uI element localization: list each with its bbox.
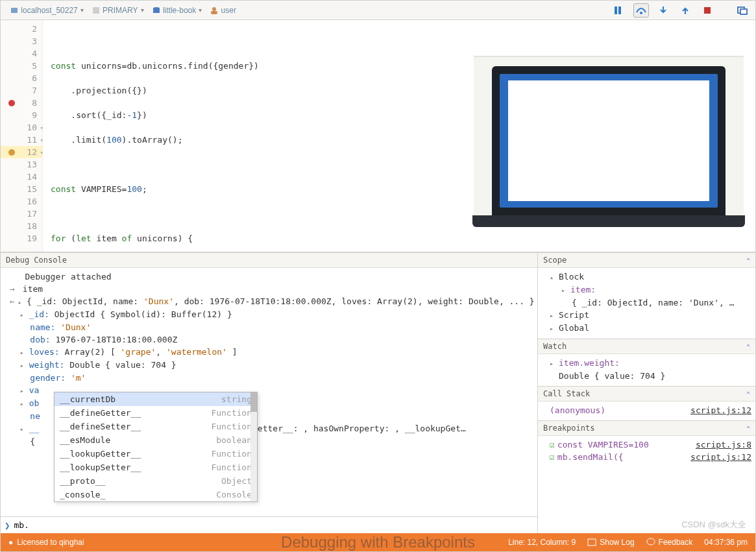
- code-editor[interactable]: 2 3 4 5 6 7 8 9 10▾ 11▾ 12▾ 13 14 15 16 …: [1, 20, 755, 252]
- debug-console-title: Debug Console: [6, 256, 67, 265]
- database-crumb[interactable]: little-book ▾: [148, 3, 206, 18]
- completion-item[interactable]: __lookupSetter__Function: [55, 461, 257, 474]
- completion-item[interactable]: __esModuleboolean: [55, 433, 257, 447]
- collapse-icon[interactable]: ⌃: [746, 425, 750, 432]
- chevron-down-icon: ▾: [141, 6, 144, 14]
- connection-label: localhost_50227: [21, 6, 77, 15]
- fold-icon[interactable]: ▾: [40, 149, 43, 156]
- database-label: little-book: [163, 6, 196, 15]
- svg-rect-3: [153, 8, 160, 13]
- svg-point-13: [647, 538, 655, 545]
- resume-button[interactable]: [611, 3, 627, 18]
- checkbox-icon[interactable]: ☑: [550, 438, 555, 451]
- stop-icon: [703, 6, 712, 15]
- connection-crumb[interactable]: localhost_50227 ▾: [6, 3, 88, 18]
- completion-item[interactable]: __proto__Object: [55, 474, 257, 488]
- completion-item[interactable]: __currentDbstring: [55, 392, 257, 406]
- chevron-down-icon: ▾: [80, 6, 84, 14]
- svg-rect-11: [740, 9, 747, 14]
- user-label: user: [221, 6, 236, 15]
- prompt-icon: ❯: [5, 520, 10, 531]
- license-text: Licensed to qinghai: [17, 538, 84, 547]
- step-over-button[interactable]: [633, 3, 649, 18]
- completion-scrollbar[interactable]: [250, 392, 257, 501]
- debug-console-header[interactable]: Debug Console: [1, 253, 537, 268]
- detach-button[interactable]: [735, 3, 750, 18]
- stop-button[interactable]: [700, 3, 715, 18]
- show-log-button[interactable]: Show Log: [587, 538, 634, 547]
- current-line-marker[interactable]: [8, 149, 15, 156]
- breakpoint-marker[interactable]: [8, 100, 15, 106]
- completion-item[interactable]: _console_Console: [55, 488, 257, 501]
- collapse-icon[interactable]: ⌃: [746, 343, 750, 350]
- step-into-button[interactable]: [655, 3, 671, 18]
- chat-icon: [646, 538, 655, 547]
- log-icon: [587, 538, 596, 547]
- scope-header[interactable]: Scope⌃: [538, 253, 755, 268]
- svg-rect-5: [211, 11, 217, 14]
- debug-console-body[interactable]: Debugger attached → item ←▴{ _id: Object…: [1, 268, 537, 516]
- collapse-icon[interactable]: ⌃: [746, 257, 750, 264]
- svg-rect-9: [704, 7, 711, 14]
- completion-item[interactable]: __lookupGetter__Function: [55, 447, 257, 461]
- promo-laptop-image: [474, 56, 744, 224]
- checkbox-icon[interactable]: ☑: [550, 451, 555, 463]
- fold-icon[interactable]: ▾: [40, 137, 43, 143]
- callstack-location-link[interactable]: script.js:12: [690, 404, 751, 416]
- svg-point-4: [212, 7, 216, 11]
- fold-icon[interactable]: ▾: [40, 125, 43, 131]
- cursor-position: Line: 12, Column: 9: [508, 538, 576, 547]
- user-crumb[interactable]: user: [206, 3, 240, 18]
- chevron-down-icon: ▾: [199, 6, 202, 14]
- detach-icon: [737, 6, 748, 15]
- step-out-icon: [681, 6, 690, 15]
- console-input[interactable]: [14, 520, 533, 530]
- autocomplete-popup[interactable]: __currentDbstring __defineGetter__Functi…: [54, 392, 258, 502]
- breakpoint-location-link[interactable]: script.js:8: [696, 438, 751, 451]
- callstack-header[interactable]: Call Stack⌃: [538, 387, 755, 402]
- svg-point-8: [640, 12, 642, 14]
- breakpoint-row[interactable]: ☑mb.sendMail({script.js:12: [550, 451, 751, 463]
- breakpoints-header[interactable]: Breakpoints⌃: [538, 421, 755, 436]
- editor-gutter: 2 3 4 5 6 7 8 9 10▾ 11▾ 12▾ 13 14 15 16 …: [1, 20, 43, 252]
- role-label: PRIMARY: [103, 6, 138, 15]
- svg-rect-7: [618, 6, 621, 14]
- svg-rect-12: [588, 539, 596, 546]
- watermark-text: CSDN @sdk大全: [681, 519, 746, 531]
- collapse-icon[interactable]: ⌃: [746, 390, 750, 398]
- feedback-button[interactable]: Feedback: [646, 538, 693, 547]
- watch-header[interactable]: Watch⌃: [538, 339, 755, 354]
- resume-icon: [614, 6, 624, 15]
- completion-item[interactable]: __defineGetter__Function: [55, 406, 257, 420]
- breakpoint-row[interactable]: ☑const VAMPIRES=100script.js:8: [550, 438, 751, 451]
- role-crumb[interactable]: PRIMARY ▾: [88, 3, 148, 18]
- step-out-button[interactable]: [677, 3, 693, 18]
- step-into-icon: [659, 6, 668, 15]
- completion-item[interactable]: __defineSetter__Function: [55, 420, 257, 433]
- step-over-icon: [635, 6, 647, 15]
- svg-rect-1: [93, 7, 99, 14]
- status-bar: ● Licensed to qinghai Line: 12, Column: …: [1, 533, 755, 551]
- clock: 04:37:36 pm: [704, 538, 748, 547]
- svg-rect-6: [615, 6, 617, 14]
- callstack-frame[interactable]: (anonymous): [550, 404, 605, 416]
- top-toolbar: localhost_50227 ▾ PRIMARY ▾ little-book …: [1, 1, 755, 20]
- svg-rect-0: [11, 8, 18, 13]
- breakpoint-location-link[interactable]: script.js:12: [690, 451, 751, 463]
- console-input-bar: ❯: [1, 516, 537, 533]
